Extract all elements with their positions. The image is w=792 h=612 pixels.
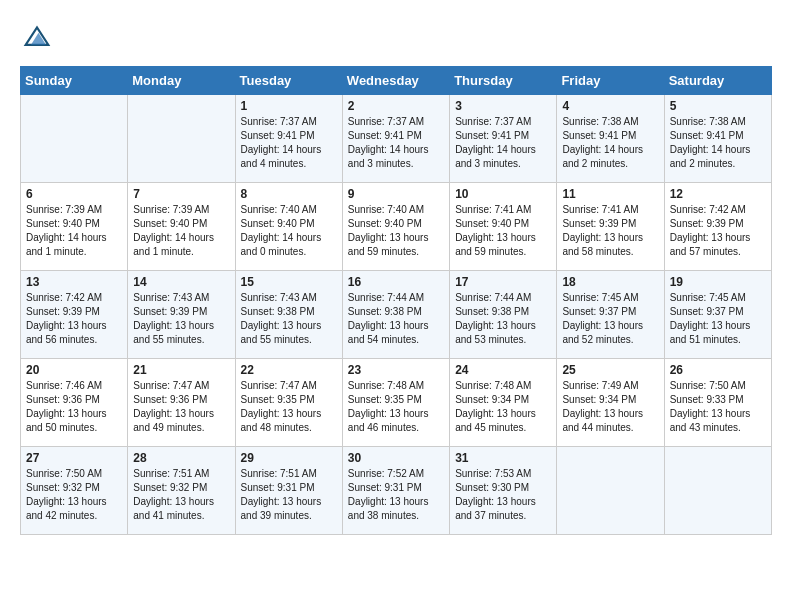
week-row-5: 27Sunrise: 7:50 AMSunset: 9:32 PMDayligh… [21,447,772,535]
day-info: Sunrise: 7:46 AMSunset: 9:36 PMDaylight:… [26,379,122,435]
day-info: Sunrise: 7:39 AMSunset: 9:40 PMDaylight:… [26,203,122,259]
day-number: 21 [133,363,229,377]
day-number: 18 [562,275,658,289]
day-number: 25 [562,363,658,377]
day-info: Sunrise: 7:52 AMSunset: 9:31 PMDaylight:… [348,467,444,523]
day-number: 7 [133,187,229,201]
week-row-4: 20Sunrise: 7:46 AMSunset: 9:36 PMDayligh… [21,359,772,447]
calendar-cell: 29Sunrise: 7:51 AMSunset: 9:31 PMDayligh… [235,447,342,535]
calendar-cell: 8Sunrise: 7:40 AMSunset: 9:40 PMDaylight… [235,183,342,271]
day-number: 10 [455,187,551,201]
week-row-3: 13Sunrise: 7:42 AMSunset: 9:39 PMDayligh… [21,271,772,359]
day-number: 9 [348,187,444,201]
day-info: Sunrise: 7:40 AMSunset: 9:40 PMDaylight:… [241,203,337,259]
calendar-body: 1Sunrise: 7:37 AMSunset: 9:41 PMDaylight… [21,95,772,535]
page-header [20,20,772,56]
calendar-cell: 17Sunrise: 7:44 AMSunset: 9:38 PMDayligh… [450,271,557,359]
day-number: 15 [241,275,337,289]
day-number: 13 [26,275,122,289]
calendar-cell: 30Sunrise: 7:52 AMSunset: 9:31 PMDayligh… [342,447,449,535]
day-number: 19 [670,275,766,289]
day-number: 4 [562,99,658,113]
day-info: Sunrise: 7:48 AMSunset: 9:35 PMDaylight:… [348,379,444,435]
calendar-cell: 11Sunrise: 7:41 AMSunset: 9:39 PMDayligh… [557,183,664,271]
day-info: Sunrise: 7:37 AMSunset: 9:41 PMDaylight:… [455,115,551,171]
week-row-1: 1Sunrise: 7:37 AMSunset: 9:41 PMDaylight… [21,95,772,183]
day-number: 6 [26,187,122,201]
calendar-cell: 19Sunrise: 7:45 AMSunset: 9:37 PMDayligh… [664,271,771,359]
calendar-cell [664,447,771,535]
day-info: Sunrise: 7:38 AMSunset: 9:41 PMDaylight:… [670,115,766,171]
calendar-cell: 26Sunrise: 7:50 AMSunset: 9:33 PMDayligh… [664,359,771,447]
day-number: 28 [133,451,229,465]
calendar-cell [21,95,128,183]
day-info: Sunrise: 7:48 AMSunset: 9:34 PMDaylight:… [455,379,551,435]
day-number: 17 [455,275,551,289]
day-info: Sunrise: 7:51 AMSunset: 9:32 PMDaylight:… [133,467,229,523]
calendar-cell: 3Sunrise: 7:37 AMSunset: 9:41 PMDaylight… [450,95,557,183]
calendar-cell: 12Sunrise: 7:42 AMSunset: 9:39 PMDayligh… [664,183,771,271]
calendar-cell: 27Sunrise: 7:50 AMSunset: 9:32 PMDayligh… [21,447,128,535]
calendar-cell: 28Sunrise: 7:51 AMSunset: 9:32 PMDayligh… [128,447,235,535]
calendar-cell: 2Sunrise: 7:37 AMSunset: 9:41 PMDaylight… [342,95,449,183]
calendar-cell: 24Sunrise: 7:48 AMSunset: 9:34 PMDayligh… [450,359,557,447]
day-number: 16 [348,275,444,289]
day-info: Sunrise: 7:41 AMSunset: 9:39 PMDaylight:… [562,203,658,259]
calendar-cell: 31Sunrise: 7:53 AMSunset: 9:30 PMDayligh… [450,447,557,535]
calendar-cell [557,447,664,535]
calendar-cell: 6Sunrise: 7:39 AMSunset: 9:40 PMDaylight… [21,183,128,271]
day-header-monday: Monday [128,67,235,95]
day-info: Sunrise: 7:53 AMSunset: 9:30 PMDaylight:… [455,467,551,523]
calendar-cell: 4Sunrise: 7:38 AMSunset: 9:41 PMDaylight… [557,95,664,183]
day-header-sunday: Sunday [21,67,128,95]
day-number: 5 [670,99,766,113]
day-number: 3 [455,99,551,113]
calendar-cell: 22Sunrise: 7:47 AMSunset: 9:35 PMDayligh… [235,359,342,447]
day-info: Sunrise: 7:44 AMSunset: 9:38 PMDaylight:… [348,291,444,347]
day-info: Sunrise: 7:42 AMSunset: 9:39 PMDaylight:… [670,203,766,259]
day-number: 31 [455,451,551,465]
day-number: 20 [26,363,122,377]
calendar-cell: 14Sunrise: 7:43 AMSunset: 9:39 PMDayligh… [128,271,235,359]
day-info: Sunrise: 7:47 AMSunset: 9:36 PMDaylight:… [133,379,229,435]
calendar-cell: 10Sunrise: 7:41 AMSunset: 9:40 PMDayligh… [450,183,557,271]
day-number: 23 [348,363,444,377]
calendar-cell: 18Sunrise: 7:45 AMSunset: 9:37 PMDayligh… [557,271,664,359]
day-number: 30 [348,451,444,465]
week-row-2: 6Sunrise: 7:39 AMSunset: 9:40 PMDaylight… [21,183,772,271]
calendar-cell [128,95,235,183]
calendar-cell: 25Sunrise: 7:49 AMSunset: 9:34 PMDayligh… [557,359,664,447]
calendar-table: SundayMondayTuesdayWednesdayThursdayFrid… [20,66,772,535]
day-number: 11 [562,187,658,201]
day-info: Sunrise: 7:43 AMSunset: 9:39 PMDaylight:… [133,291,229,347]
calendar-cell: 7Sunrise: 7:39 AMSunset: 9:40 PMDaylight… [128,183,235,271]
day-header-friday: Friday [557,67,664,95]
day-number: 2 [348,99,444,113]
calendar-cell: 16Sunrise: 7:44 AMSunset: 9:38 PMDayligh… [342,271,449,359]
calendar-cell: 9Sunrise: 7:40 AMSunset: 9:40 PMDaylight… [342,183,449,271]
day-number: 1 [241,99,337,113]
day-number: 12 [670,187,766,201]
day-info: Sunrise: 7:50 AMSunset: 9:33 PMDaylight:… [670,379,766,435]
day-info: Sunrise: 7:50 AMSunset: 9:32 PMDaylight:… [26,467,122,523]
day-header-wednesday: Wednesday [342,67,449,95]
day-number: 29 [241,451,337,465]
day-number: 22 [241,363,337,377]
day-info: Sunrise: 7:44 AMSunset: 9:38 PMDaylight:… [455,291,551,347]
calendar-cell: 21Sunrise: 7:47 AMSunset: 9:36 PMDayligh… [128,359,235,447]
day-header-thursday: Thursday [450,67,557,95]
day-info: Sunrise: 7:39 AMSunset: 9:40 PMDaylight:… [133,203,229,259]
day-number: 24 [455,363,551,377]
day-info: Sunrise: 7:51 AMSunset: 9:31 PMDaylight:… [241,467,337,523]
day-number: 8 [241,187,337,201]
day-header-saturday: Saturday [664,67,771,95]
day-number: 27 [26,451,122,465]
day-info: Sunrise: 7:42 AMSunset: 9:39 PMDaylight:… [26,291,122,347]
day-info: Sunrise: 7:37 AMSunset: 9:41 PMDaylight:… [241,115,337,171]
calendar-cell: 13Sunrise: 7:42 AMSunset: 9:39 PMDayligh… [21,271,128,359]
calendar-header: SundayMondayTuesdayWednesdayThursdayFrid… [21,67,772,95]
calendar-cell: 23Sunrise: 7:48 AMSunset: 9:35 PMDayligh… [342,359,449,447]
calendar-cell: 5Sunrise: 7:38 AMSunset: 9:41 PMDaylight… [664,95,771,183]
calendar-cell: 1Sunrise: 7:37 AMSunset: 9:41 PMDaylight… [235,95,342,183]
calendar-cell: 20Sunrise: 7:46 AMSunset: 9:36 PMDayligh… [21,359,128,447]
